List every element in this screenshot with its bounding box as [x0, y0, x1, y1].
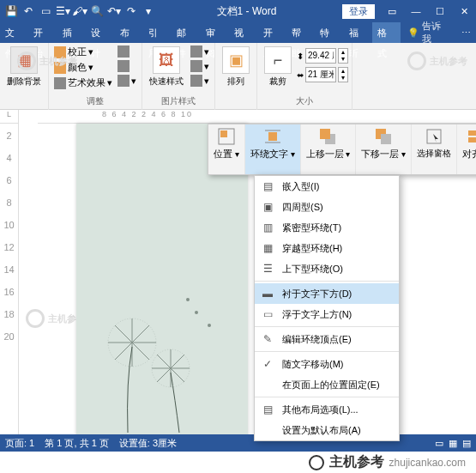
pic-border-icon[interactable]: ▾: [189, 45, 211, 58]
ruler-vertical[interactable]: 2468101214161820: [0, 124, 19, 450]
group-size: ⌐裁剪 ⬍▴▾ ⬌▴▾ 大小: [257, 43, 352, 110]
svg-line-17: [157, 355, 171, 368]
svg-rect-32: [468, 137, 476, 143]
quick-access-toolbar: 💾 ↶ ▭ ☰▾ 🖌▾ 🔍 ↶▾ ↷ ▾: [3, 3, 156, 19]
svg-point-18: [195, 311, 198, 314]
menu-separator: [255, 326, 399, 327]
tab-special[interactable]: 特色: [315, 22, 343, 43]
footer-url: zhujicankao.com: [389, 457, 466, 469]
tab-home[interactable]: 开始: [28, 22, 57, 43]
menu-topbottom[interactable]: ☰上下型环绕(O): [255, 258, 399, 279]
minimize-icon[interactable]: —: [407, 6, 425, 17]
gear-icon: [309, 455, 324, 470]
svg-line-11: [171, 355, 184, 368]
effects-button[interactable]: 艺术效果▾: [52, 76, 114, 90]
redo-icon[interactable]: ↷: [124, 3, 139, 19]
footer-watermark: 主机参考 zhujicankao.com: [0, 452, 476, 473]
svg-line-15: [157, 368, 171, 382]
group-label: 图片样式: [146, 95, 211, 108]
change-pic-icon[interactable]: [116, 59, 138, 73]
menu-more-layout[interactable]: ▤其他布局选项(L)...: [255, 399, 399, 420]
menu-inline[interactable]: ▤嵌入型(I): [255, 176, 399, 197]
status-page[interactable]: 页面: 1: [5, 437, 34, 450]
svg-point-20: [186, 298, 190, 301]
tab-references[interactable]: 引用: [143, 22, 172, 43]
wrap-text-button[interactable]: 环绕文字 ▾: [245, 124, 301, 174]
remove-bg-button[interactable]: ▦删除背景: [3, 45, 45, 89]
undo2-icon[interactable]: ↶▾: [106, 3, 122, 19]
tab-foxit[interactable]: 福昕: [344, 22, 372, 43]
share-button[interactable]: ⋯: [456, 27, 476, 39]
maximize-icon[interactable]: ☐: [431, 6, 449, 17]
menu-tight[interactable]: ▥紧密型环绕(T): [255, 217, 399, 238]
send-backward-button[interactable]: 下移一层 ▾: [356, 124, 412, 174]
brush-icon[interactable]: 🖌▾: [72, 3, 87, 19]
menu-fix-position[interactable]: 在页面上的位置固定(E): [255, 374, 399, 395]
menu-behind-text[interactable]: ▬衬于文字下方(D): [255, 283, 399, 304]
svg-line-7: [115, 343, 132, 360]
open-icon[interactable]: ☰▾: [55, 3, 70, 19]
corrections-button[interactable]: 校正▾: [52, 45, 114, 59]
tab-layout[interactable]: 布局: [115, 22, 143, 43]
ribbon-tabs: 文件 开始 插入 设计 布局 引用 邮件 审阅 视图 开发 帮助 特色 福昕 格…: [0, 22, 476, 43]
ruler-corner: L: [0, 110, 19, 124]
ruler-horizontal[interactable]: [38, 110, 476, 124]
align-button[interactable]: 对齐 ▾: [457, 124, 476, 174]
group-label: 大小: [261, 95, 348, 108]
login-button[interactable]: 登录: [342, 4, 375, 19]
search-icon[interactable]: 🔍: [89, 3, 105, 19]
arrange-button[interactable]: ▣排列: [219, 45, 253, 89]
menu-through[interactable]: ▦穿越型环绕(H): [255, 238, 399, 258]
window-title: 文档1 - Word: [156, 4, 337, 19]
svg-rect-22: [220, 130, 227, 137]
menu-front-text[interactable]: ▭浮于文字上方(N): [255, 304, 399, 324]
tab-developer[interactable]: 开发: [258, 22, 286, 43]
tell-me[interactable]: 💡告诉我: [401, 20, 456, 45]
window-controls: ▭ — ☐ ✕: [383, 6, 473, 17]
tab-help[interactable]: 帮助: [286, 22, 315, 43]
status-pages[interactable]: 第 1 页, 共 1 页: [45, 437, 109, 450]
reset-pic-icon[interactable]: ▾: [116, 74, 138, 88]
tab-view[interactable]: 视图: [229, 22, 257, 43]
bring-forward-button[interactable]: 上移一层 ▾: [301, 124, 357, 174]
height-input[interactable]: ⬍▴▾: [297, 48, 348, 64]
view-read-icon[interactable]: ▭: [435, 438, 443, 449]
menu-square[interactable]: ▣四周型(S): [255, 197, 399, 217]
color-button[interactable]: 颜色▾: [52, 60, 114, 75]
dandelion-image: [93, 278, 231, 433]
new-icon[interactable]: ▭: [38, 3, 53, 19]
tab-insert[interactable]: 插入: [57, 22, 86, 43]
tab-file[interactable]: 文件: [0, 22, 28, 43]
group-remove-bg: ▦删除背景: [0, 43, 49, 110]
view-web-icon[interactable]: ▤: [462, 438, 471, 449]
qat-more-icon[interactable]: ▾: [141, 3, 156, 19]
tab-design[interactable]: 设计: [86, 22, 114, 43]
undo-icon[interactable]: ↶: [21, 3, 36, 19]
compress-icon[interactable]: [116, 45, 138, 58]
status-bar: 页面: 1 第 1 页, 共 1 页 设置值: 3厘米 ▭ ▦ ▤: [0, 434, 476, 452]
tab-format[interactable]: 格式: [372, 22, 401, 43]
menu-set-default[interactable]: 设置为默认布局(A): [255, 420, 399, 440]
svg-line-5: [132, 343, 149, 360]
svg-rect-29: [381, 134, 391, 144]
view-print-icon[interactable]: ▦: [449, 438, 457, 449]
svg-rect-27: [320, 129, 330, 139]
position-button[interactable]: 位置 ▾: [208, 124, 245, 174]
menu-edit-points[interactable]: ✎编辑环绕顶点(E): [255, 329, 399, 349]
group-quick-styles: 🖼快速样式 ▾ ▾ ▾ 图片样式: [142, 43, 215, 110]
close-icon[interactable]: ✕: [455, 6, 473, 17]
tab-mailings[interactable]: 邮件: [172, 22, 200, 43]
ribbon-mode-icon[interactable]: ▭: [383, 6, 401, 17]
menu-move-with-text[interactable]: ✓随文字移动(M): [255, 354, 399, 374]
tab-review[interactable]: 审阅: [201, 22, 229, 43]
wrap-text-menu: ▤嵌入型(I) ▣四周型(S) ▥紧密型环绕(T) ▦穿越型环绕(H) ☰上下型…: [254, 175, 400, 441]
pic-effects-icon[interactable]: ▾: [189, 59, 211, 73]
crop-button[interactable]: ⌐裁剪: [261, 45, 295, 89]
pic-layout-icon[interactable]: ▾: [189, 74, 211, 88]
save-icon[interactable]: 💾: [3, 3, 19, 19]
selection-pane-button[interactable]: 选择窗格: [412, 124, 457, 174]
quick-styles-button[interactable]: 🖼快速样式: [146, 45, 187, 89]
arrange-toolbar: 位置 ▾ 环绕文字 ▾ 上移一层 ▾ 下移一层 ▾ 选择窗格 对齐 ▾ 组合 ▾: [208, 124, 476, 175]
status-set[interactable]: 设置值: 3厘米: [119, 437, 177, 450]
width-input[interactable]: ⬌▴▾: [297, 67, 348, 82]
